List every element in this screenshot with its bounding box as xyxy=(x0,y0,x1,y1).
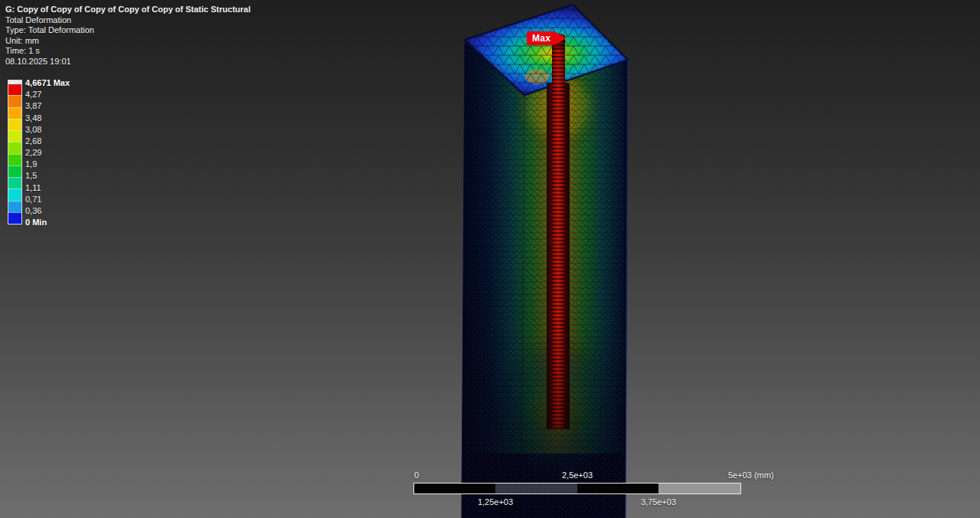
scale-ruler-label: 1,25e+03 xyxy=(478,497,513,507)
legend-band xyxy=(8,189,21,200)
legend-band xyxy=(8,119,21,130)
legend-label: 2,29 xyxy=(25,148,41,157)
legend-labels: 4,6671 Max4,273,873,483,082,682,291,91,5… xyxy=(25,80,94,233)
scale-ruler-label: 0 xyxy=(414,470,419,480)
legend-band xyxy=(8,95,21,107)
legend-label: 3,87 xyxy=(25,101,41,110)
model-rod xyxy=(547,34,570,429)
scale-ruler-label: 3,75e+03 xyxy=(641,497,676,507)
graphics-viewport[interactable]: G: Copy of Copy of Copy of Copy of Copy … xyxy=(0,0,980,518)
result-info-line: Total Deformation xyxy=(5,15,250,26)
legend-band xyxy=(8,154,21,166)
legend-band xyxy=(8,212,21,224)
max-annotation-text: Max xyxy=(532,33,550,44)
legend-label: 4,6671 Max xyxy=(25,78,70,87)
legend-band xyxy=(8,142,21,153)
legend-label: 1,9 xyxy=(25,159,37,169)
legend-band xyxy=(8,201,21,212)
legend-label: 1,5 xyxy=(25,171,37,180)
legend-label: 0,71 xyxy=(25,195,41,204)
legend-label: 4,27 xyxy=(25,90,41,99)
legend-label: 1,11 xyxy=(25,183,41,192)
legend-label: 0 Min xyxy=(25,218,47,227)
result-info-line: 08.10.2025 19:01 xyxy=(5,57,250,67)
legend-label: 0,36 xyxy=(25,206,41,215)
legend-band xyxy=(8,107,21,119)
max-annotation-arrow xyxy=(556,32,566,44)
legend-label: 2,68 xyxy=(25,136,41,146)
scale-ruler-bar xyxy=(413,483,741,494)
max-annotation[interactable]: Max xyxy=(527,31,556,45)
legend-label: 3,48 xyxy=(25,113,41,123)
legend-band xyxy=(8,166,21,177)
model-3d-view[interactable] xyxy=(0,0,980,518)
model-body xyxy=(459,38,629,518)
legend-label: 3,08 xyxy=(25,125,41,134)
result-info-block: G: Copy of Copy of Copy of Copy of Copy … xyxy=(5,5,250,67)
result-info-line: Unit: mm xyxy=(5,36,250,47)
legend-band xyxy=(8,130,21,142)
scale-ruler-label: 5e+03 (mm) xyxy=(728,470,774,480)
result-title: G: Copy of Copy of Copy of Copy of Copy … xyxy=(5,5,250,15)
legend-band xyxy=(8,177,21,189)
legend-color-strip[interactable] xyxy=(8,80,22,225)
result-info-line: Type: Total Deformation xyxy=(5,25,250,36)
legend-band xyxy=(8,84,21,95)
result-info-line: Time: 1 s xyxy=(5,46,250,57)
scale-ruler-label: 2,5e+03 xyxy=(562,470,593,480)
